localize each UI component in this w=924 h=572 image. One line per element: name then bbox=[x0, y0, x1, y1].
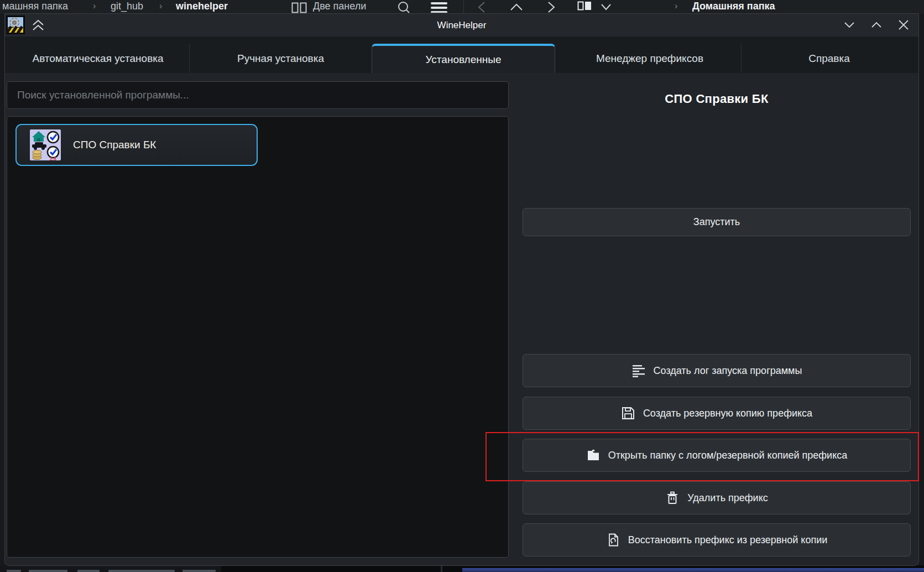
chevron-right-icon: › bbox=[93, 0, 96, 13]
open-folder-button[interactable]: Открыть папку с логом/резервной копией п… bbox=[523, 439, 911, 472]
tab-help[interactable]: Справка bbox=[741, 44, 917, 73]
delete-prefix-label: Удалить префикс bbox=[687, 492, 768, 504]
chevron-right-icon: › bbox=[675, 0, 677, 13]
background-file-manager-toolbar: машняя папка › git_hub › winehelper Две … bbox=[0, 0, 924, 14]
trash-icon bbox=[665, 491, 680, 505]
back-arrow-icon[interactable] bbox=[477, 1, 488, 13]
up-arrow-icon[interactable] bbox=[510, 2, 523, 12]
installed-programs-list: 2.5 СПО Справки БК bbox=[7, 116, 509, 558]
selected-program-title: СПО Справки БК bbox=[523, 92, 911, 106]
search-input[interactable] bbox=[7, 81, 509, 109]
two-panels-label[interactable]: Две панели bbox=[313, 0, 366, 13]
create-backup-button[interactable]: Создать резервную копию префикса bbox=[523, 397, 911, 430]
hamburger-menu-icon[interactable] bbox=[431, 2, 447, 13]
background-terminal-fragment bbox=[0, 565, 221, 572]
create-log-label: Создать лог запуска программы bbox=[654, 365, 802, 377]
run-button[interactable]: Запустить bbox=[523, 208, 911, 236]
panel-layout-icon[interactable] bbox=[577, 1, 592, 12]
log-lines-icon bbox=[631, 363, 646, 378]
tab-bar: Автоматическая установка Ручная установк… bbox=[5, 37, 918, 73]
maximize-icon[interactable] bbox=[870, 19, 883, 30]
toolbar-separator bbox=[463, 0, 464, 14]
breadcrumb-home[interactable]: Домашняя папка bbox=[692, 0, 775, 13]
two-panels-icon bbox=[291, 2, 307, 14]
floppy-save-icon bbox=[621, 406, 635, 420]
close-icon[interactable] bbox=[897, 19, 910, 30]
tab-installed[interactable]: Установленные bbox=[372, 44, 555, 73]
tab-auto-install[interactable]: Автоматическая установка bbox=[7, 44, 189, 73]
svg-text:2.5: 2.5 bbox=[50, 156, 56, 161]
delete-prefix-button[interactable]: Удалить префикс bbox=[523, 481, 911, 514]
window-title: WineHelper bbox=[5, 14, 918, 37]
background-bottom-strip bbox=[0, 565, 924, 572]
open-folder-label: Открыть папку с логом/резервной копией п… bbox=[608, 450, 848, 461]
background-blue-edge bbox=[462, 568, 924, 572]
breadcrumb-item[interactable]: машняя папка bbox=[2, 0, 68, 13]
list-item-spo-spravki-bk[interactable]: 2.5 СПО Справки БК bbox=[15, 124, 258, 166]
restore-document-icon bbox=[606, 533, 620, 547]
titlebar[interactable]: WineHelper bbox=[5, 14, 918, 37]
restore-prefix-label: Восстановить префикс из резервной копии bbox=[628, 534, 828, 546]
tab-manual-install[interactable]: Ручная установка bbox=[189, 44, 372, 73]
desktop: машняя папка › git_hub › winehelper Две … bbox=[0, 0, 924, 572]
chevron-down-icon[interactable] bbox=[601, 3, 612, 11]
breadcrumb-item[interactable]: git_hub bbox=[111, 0, 143, 13]
search-icon[interactable] bbox=[397, 1, 410, 14]
breadcrumb-item-current[interactable]: winehelper bbox=[176, 0, 228, 13]
background-window-edge bbox=[441, 565, 442, 572]
run-button-label: Запустить bbox=[693, 216, 740, 228]
keep-above-icon[interactable] bbox=[32, 19, 45, 32]
winehelper-app-icon bbox=[6, 15, 25, 34]
winehelper-window: WineHelper bbox=[5, 14, 918, 565]
minimize-icon[interactable] bbox=[843, 19, 855, 30]
create-backup-label: Создать резервную копию префикса bbox=[643, 408, 812, 419]
spo-spravki-bk-app-icon: 2.5 bbox=[30, 129, 61, 160]
folder-icon bbox=[586, 448, 601, 462]
restore-prefix-button[interactable]: Восстановить префикс из резервной копии bbox=[523, 523, 911, 557]
chevron-right-icon: › bbox=[159, 0, 162, 13]
create-log-button[interactable]: Создать лог запуска программы bbox=[523, 354, 911, 387]
program-name: СПО Справки БК bbox=[73, 139, 156, 151]
tab-prefix-manager[interactable]: Менеджер префиксов bbox=[558, 44, 741, 73]
forward-arrow-icon[interactable] bbox=[545, 1, 556, 13]
